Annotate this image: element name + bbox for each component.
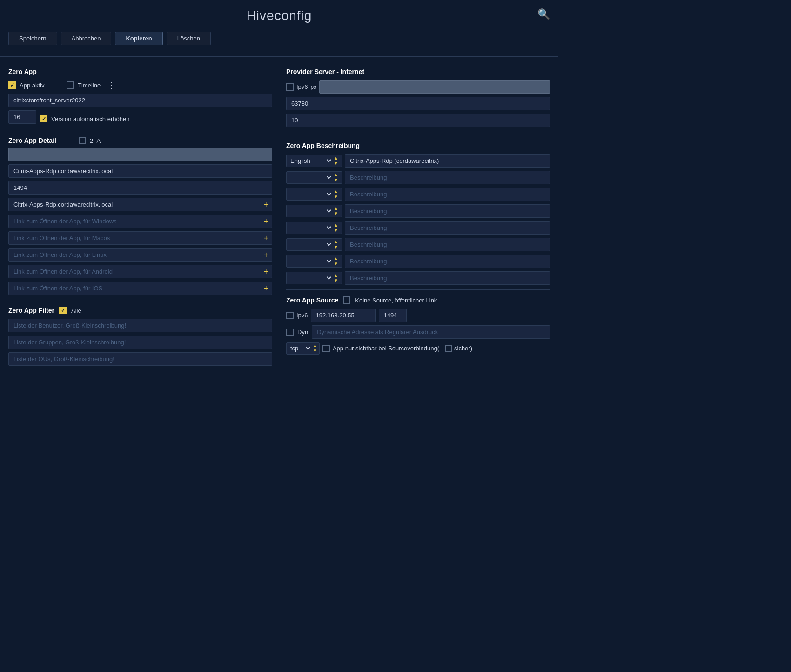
provider-ipv6-checkbox[interactable]	[286, 83, 294, 91]
tcp-select[interactable]: tcp udp	[288, 344, 312, 352]
lang-select-7[interactable]	[288, 257, 333, 265]
cancel-button[interactable]: Abbrechen	[61, 32, 112, 45]
lang-spinner-arrows-6[interactable]: ▲ ▼	[334, 240, 338, 249]
save-button[interactable]: Speichern	[8, 32, 57, 45]
desc-row-2: ▲ ▼	[286, 171, 550, 184]
dyn-checkbox[interactable]	[286, 329, 294, 336]
delete-button[interactable]: Löschen	[167, 32, 211, 45]
app-header: Hiveconfig 🔍	[0, 0, 558, 28]
desc-input-4[interactable]	[345, 204, 550, 218]
lang-spinner-8: ▲ ▼	[286, 272, 342, 284]
lang-select-3[interactable]	[288, 190, 333, 198]
source-port-input[interactable]	[379, 309, 407, 322]
copy-button[interactable]: Kopieren	[115, 32, 162, 45]
lang-select-5[interactable]	[288, 224, 333, 232]
desc-input-1[interactable]	[345, 154, 550, 168]
keine-source-label: Keine Source, öffentlicher Link	[355, 297, 437, 304]
more-options-button[interactable]: ⋮	[104, 80, 118, 90]
link-field-2[interactable]	[8, 215, 272, 228]
section-divider-2	[8, 300, 272, 300]
provider-section-title: Provider Server - Internet	[286, 68, 550, 75]
dyn-label: Dyn	[297, 329, 308, 336]
arrow-down-1[interactable]: ▼	[334, 161, 338, 166]
provider-port-input[interactable]	[286, 97, 550, 110]
source-ipv6-label: Ipv6	[296, 312, 308, 319]
beschreibung-section-title: Zero App Beschreibung	[286, 142, 550, 149]
filter-benutzer[interactable]	[8, 319, 272, 332]
lang-spinner-7: ▲ ▼	[286, 255, 342, 268]
link-field-6-add[interactable]: +	[263, 284, 268, 293]
timeline-label: Timeline	[78, 82, 101, 89]
provider-ipv6-label: Ipv6	[296, 83, 308, 90]
lang-select-6[interactable]	[288, 241, 333, 249]
link-field-5[interactable]	[8, 265, 272, 278]
source-ip-input[interactable]	[311, 309, 376, 322]
twofa-checkbox[interactable]	[79, 137, 86, 144]
lang-select-4[interactable]	[288, 207, 333, 215]
zero-app-section-title: Zero App	[8, 68, 272, 75]
app-aktiv-row: App aktiv Timeline ⋮	[8, 80, 272, 90]
link-field-3-add[interactable]: +	[263, 234, 268, 242]
zero-app-filter-title: Zero App Filter	[8, 307, 54, 314]
desc-input-3[interactable]	[345, 188, 550, 201]
sicher-checkbox[interactable]	[445, 345, 452, 352]
version-auto-checkbox[interactable]	[40, 115, 47, 122]
lang-spinner-arrows-8[interactable]: ▲ ▼	[334, 273, 338, 283]
arrow-up-1[interactable]: ▲	[334, 156, 338, 161]
lang-spinner-arrows-2[interactable]: ▲ ▼	[334, 173, 338, 182]
desc-input-2[interactable]	[345, 171, 550, 184]
app-name-input[interactable]	[8, 94, 272, 107]
search-icon-button[interactable]: 🔍	[537, 8, 550, 20]
link-field-5-add[interactable]: +	[263, 268, 268, 276]
detail-field-2[interactable]	[8, 164, 272, 178]
link-field-3[interactable]	[8, 231, 272, 245]
lang-spinner-arrows-4[interactable]: ▲ ▼	[334, 206, 338, 216]
sicher-label: sicher)	[454, 345, 472, 352]
lang-spinner-arrows-3[interactable]: ▲ ▼	[334, 189, 338, 199]
desc-input-8[interactable]	[345, 271, 550, 285]
dyn-input[interactable]	[312, 325, 550, 339]
desc-input-5[interactable]	[345, 221, 550, 235]
keine-source-checkbox[interactable]	[343, 296, 350, 304]
lang-select-8[interactable]	[288, 274, 333, 282]
link-field-6[interactable]	[8, 282, 272, 295]
twofa-label: 2FA	[90, 137, 101, 144]
tcp-spinner-arrows[interactable]: ▲ ▼	[313, 343, 317, 353]
zero-app-source-title: Zero App Source	[286, 296, 338, 304]
link-field-4[interactable]	[8, 248, 272, 262]
alle-checkbox[interactable]	[59, 307, 67, 314]
lang-spinner-arrows-5[interactable]: ▲ ▼	[334, 223, 338, 233]
detail-field-1[interactable]	[8, 148, 272, 161]
lang-spinner-arrows-1[interactable]: ▲ ▼	[334, 156, 338, 166]
desc-input-6[interactable]	[345, 238, 550, 251]
lang-spinner-6: ▲ ▼	[286, 238, 342, 251]
filter-gruppen[interactable]	[8, 336, 272, 349]
version-input[interactable]	[8, 110, 36, 124]
zero-app-detail-title: Zero App Detail	[8, 137, 56, 144]
link-field-3-wrap: +	[8, 231, 272, 245]
link-field-6-wrap: +	[8, 282, 272, 295]
provider-timeout-input[interactable]	[286, 114, 550, 127]
app-aktiv-checkbox[interactable]	[8, 81, 16, 89]
section-divider-1	[8, 132, 272, 132]
sicher-wrap: sicher)	[445, 345, 472, 352]
lang-spinner-arrows-7[interactable]: ▲ ▼	[334, 256, 338, 266]
filter-ous[interactable]	[8, 352, 272, 366]
px-label: px	[311, 84, 317, 90]
link-field-2-add[interactable]: +	[263, 217, 268, 226]
detail-field-3[interactable]	[8, 181, 272, 195]
source-section: Zero App Source Keine Source, öffentlich…	[286, 296, 550, 355]
tcp-row: tcp udp ▲ ▼ App nur sichtbar bei Sourcev…	[286, 342, 550, 355]
lang-spinner-3: ▲ ▼	[286, 188, 342, 201]
source-ipv6-checkbox[interactable]	[286, 312, 294, 319]
provider-server-input[interactable]	[319, 80, 550, 94]
link-field-4-add[interactable]: +	[263, 251, 268, 259]
lang-select-2[interactable]	[288, 174, 333, 181]
source-ipv6-row: Ipv6	[286, 309, 550, 322]
link-field-1-add[interactable]: +	[263, 201, 268, 209]
timeline-checkbox[interactable]	[67, 81, 74, 89]
desc-input-7[interactable]	[345, 255, 550, 268]
app-nur-checkbox[interactable]	[322, 345, 330, 352]
lang-select-1[interactable]: English Deutsch Français	[288, 157, 333, 165]
link-field-1[interactable]	[8, 198, 272, 211]
